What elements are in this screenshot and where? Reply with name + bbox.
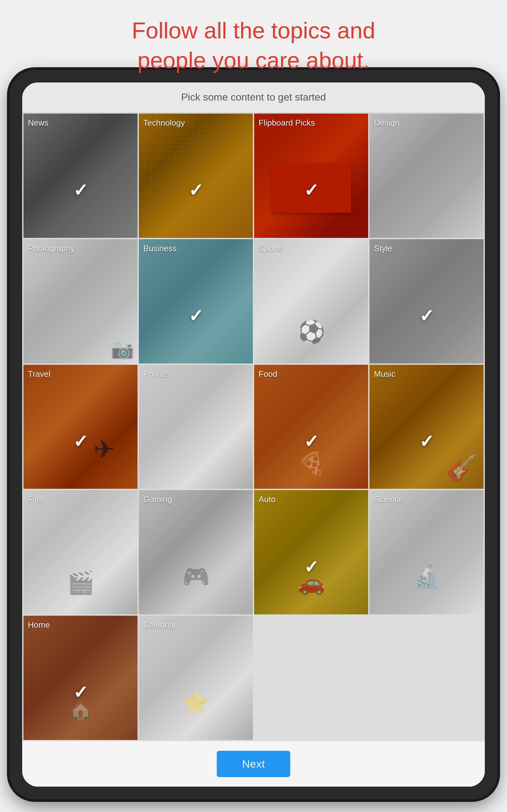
topic-tile-celebrity[interactable]: Celebrity✓ <box>139 616 253 740</box>
tile-bg-news <box>23 113 137 238</box>
tile-bg-design <box>370 113 484 238</box>
topic-tile-photography[interactable]: Photography✓ <box>23 239 137 363</box>
tile-bg-food <box>254 365 368 489</box>
tile-label-gaming: Gaming <box>143 495 172 504</box>
tile-check-news: ✓ <box>73 180 88 200</box>
tile-bg-style <box>370 239 484 363</box>
tile-check-music: ✓ <box>419 431 434 452</box>
topic-tile-gaming[interactable]: Gaming✓ <box>139 490 253 614</box>
device-screen: Pick some content to get started News✓Te… <box>22 83 485 786</box>
topic-tile-sports[interactable]: Sports✓ <box>254 239 368 363</box>
tile-check-food: ✓ <box>304 431 319 452</box>
tile-check-flipboard: ✓ <box>304 180 319 200</box>
tile-label-film: Film <box>28 495 43 504</box>
topic-tile-news[interactable]: News✓ <box>23 113 137 238</box>
tile-label-technology: Technology <box>143 118 185 128</box>
tile-bg-politics <box>139 365 253 489</box>
topic-tile-technology[interactable]: Technology✓ <box>139 113 253 238</box>
tile-check-travel: ✓ <box>73 431 88 452</box>
tile-label-celebrity: Celebrity <box>143 620 176 630</box>
device-shell: Pick some content to get started News✓Te… <box>9 70 498 799</box>
tile-label-business: Business <box>143 244 177 253</box>
tile-bg-home <box>23 616 137 740</box>
tile-bg-gaming <box>139 490 253 614</box>
tile-bg-flipboard <box>254 113 368 238</box>
topic-tile-food[interactable]: Food✓ <box>254 365 368 489</box>
tile-check-business: ✓ <box>188 305 204 326</box>
tile-label-home: Home <box>28 620 50 630</box>
topic-tile-film[interactable]: Film✓ <box>23 490 137 614</box>
topic-tile-music[interactable]: Music✓ <box>370 365 484 489</box>
tile-label-politics: Politics <box>143 369 169 379</box>
tile-label-sports: Sports <box>259 244 282 253</box>
tile-label-science: Science <box>374 495 403 504</box>
pick-header: Pick some content to get started <box>22 83 485 112</box>
tile-bg-travel <box>23 365 137 489</box>
topic-tile-flipboard[interactable]: Flipboard Picks✓ <box>254 113 368 238</box>
tile-bg-technology <box>139 113 253 238</box>
tile-check-auto: ✓ <box>304 557 319 577</box>
topic-tile-home[interactable]: Home✓ <box>23 616 137 740</box>
tile-bg-photography <box>23 239 137 363</box>
tile-bg-film <box>23 490 137 614</box>
topic-tile-business[interactable]: Business✓ <box>139 239 253 363</box>
tile-check-home: ✓ <box>73 682 88 703</box>
tile-label-music: Music <box>374 369 395 379</box>
tile-label-auto: Auto <box>259 495 276 504</box>
topic-tile-travel[interactable]: Travel✓ <box>23 365 137 489</box>
tile-check-technology: ✓ <box>188 180 204 200</box>
tile-label-travel: Travel <box>28 369 50 379</box>
topic-tile-design[interactable]: Design✓ <box>370 113 484 238</box>
tile-label-design: Design <box>374 118 400 128</box>
tile-label-news: News <box>28 118 49 128</box>
tile-bg-auto <box>254 490 368 614</box>
tile-bg-celebrity <box>139 616 253 740</box>
tile-bg-music <box>370 365 484 489</box>
tile-label-style: Style <box>374 244 392 253</box>
hero-section: Follow all the topics and people you car… <box>0 16 507 75</box>
topic-tile-politics[interactable]: Politics✓ <box>139 365 253 489</box>
pick-header-text: Pick some content to get started <box>181 91 326 103</box>
tile-label-food: Food <box>259 369 277 379</box>
topics-grid: News✓Technology✓Flipboard Picks✓Design✓P… <box>22 112 485 741</box>
next-area: Next <box>22 741 485 786</box>
tile-bg-business <box>139 239 253 363</box>
tile-label-photography: Photography <box>28 244 74 253</box>
next-button[interactable]: Next <box>217 751 290 777</box>
topic-tile-style[interactable]: Style✓ <box>370 239 484 363</box>
topic-tile-science[interactable]: Science✓ <box>370 490 484 614</box>
topic-tile-auto[interactable]: Auto✓ <box>254 490 368 614</box>
tile-bg-science <box>370 490 484 614</box>
screen-content: Pick some content to get started News✓Te… <box>22 83 485 786</box>
tile-label-flipboard: Flipboard Picks <box>259 118 315 128</box>
tile-check-style: ✓ <box>419 305 434 326</box>
hero-title: Follow all the topics and people you car… <box>0 16 507 75</box>
tile-bg-sports <box>254 239 368 363</box>
